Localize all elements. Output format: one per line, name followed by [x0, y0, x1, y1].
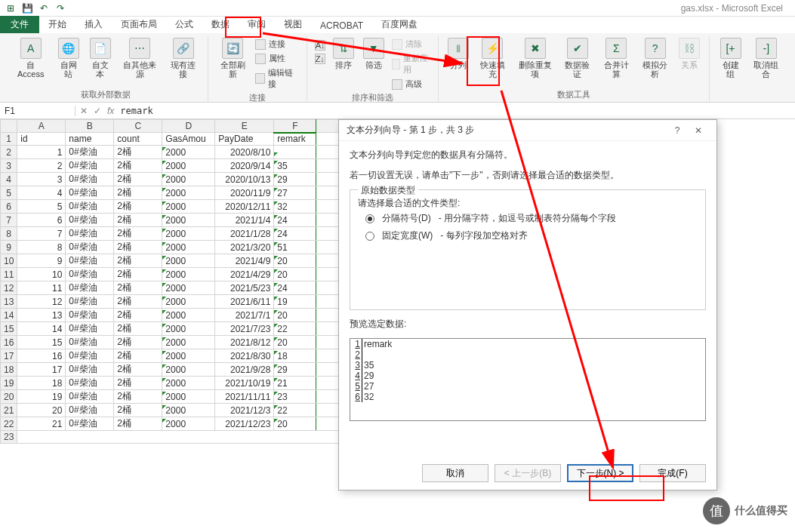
cell[interactable]: 2000 — [162, 159, 215, 173]
cell[interactable]: 7 — [17, 227, 66, 241]
cell[interactable]: 0#柴油 — [66, 227, 114, 241]
cell[interactable]: 2000 — [162, 390, 215, 404]
cell[interactable]: 0#柴油 — [66, 146, 114, 159]
cell[interactable]: 14 — [17, 322, 66, 336]
row-header[interactable]: 1 — [1, 133, 17, 146]
cell[interactable]: 0#柴油 — [66, 363, 114, 377]
btn-text-to-columns[interactable]: ⫴分列 — [445, 36, 472, 71]
row-header[interactable]: 9 — [1, 241, 17, 254]
cell[interactable]: 2桶 — [114, 417, 162, 431]
cell[interactable]: 0#柴油 — [66, 214, 114, 227]
cell[interactable]: 2000 — [162, 377, 215, 390]
cell[interactable]: 0#柴油 — [66, 417, 114, 431]
btn-edit-links[interactable]: 编辑链接 — [254, 66, 300, 91]
col-header-F[interactable]: F — [274, 120, 316, 133]
btn-properties[interactable]: 属性 — [254, 52, 300, 65]
cell[interactable]: 19 — [17, 390, 66, 404]
btn-refresh-all[interactable]: 🔄全部刷新 — [214, 36, 251, 80]
cell[interactable]: 21 — [274, 377, 316, 390]
cell[interactable]: 18 — [274, 349, 316, 363]
cell[interactable]: 0#柴油 — [66, 390, 114, 404]
next-button[interactable]: 下一步(N) > — [567, 464, 633, 482]
row-header[interactable]: 10 — [1, 254, 17, 268]
cell[interactable]: 2桶 — [114, 268, 162, 281]
cell[interactable]: 2桶 — [114, 214, 162, 227]
btn-whatif[interactable]: ?模拟分析 — [637, 36, 673, 80]
cell[interactable]: 2桶 — [114, 309, 162, 322]
row-header[interactable]: 13 — [1, 295, 17, 309]
cell[interactable]: 20 — [17, 404, 66, 417]
col-header-A[interactable]: A — [17, 120, 66, 133]
row-header[interactable]: 7 — [1, 214, 17, 227]
row-header[interactable]: 2 — [1, 146, 17, 159]
btn-flash-fill[interactable]: ⚡快速填充 — [475, 36, 510, 80]
tab-baidu[interactable]: 百度网盘 — [372, 16, 427, 33]
cell[interactable]: 2000 — [162, 417, 215, 431]
cell[interactable]: 2桶 — [114, 241, 162, 254]
cell[interactable]: 2021/4/29 — [215, 268, 274, 281]
cell[interactable]: 4 — [17, 186, 66, 200]
cell[interactable]: 2000 — [162, 254, 215, 268]
formula-input[interactable]: remark — [120, 106, 790, 116]
cell[interactable]: 2021/12/23 — [215, 417, 274, 431]
col-header-E[interactable]: E — [215, 120, 274, 133]
cell[interactable]: 2000 — [162, 227, 215, 241]
cell[interactable]: 21 — [17, 417, 66, 431]
cell[interactable]: 5 — [17, 200, 66, 214]
cell[interactable]: 20 — [274, 268, 316, 281]
cell[interactable]: 20 — [274, 417, 316, 431]
cell[interactable]: 2桶 — [114, 377, 162, 390]
cell[interactable]: 15 — [17, 336, 66, 349]
cell[interactable]: 2桶 — [114, 200, 162, 214]
cell[interactable]: 17 — [17, 363, 66, 377]
cell[interactable]: 0#柴油 — [66, 349, 114, 363]
btn-existing-conn[interactable]: 🔗现有连接 — [165, 36, 201, 80]
cell[interactable]: 2000 — [162, 404, 215, 417]
btn-from-web[interactable]: 🌐自网站 — [54, 36, 82, 80]
cell[interactable]: 2桶 — [114, 254, 162, 268]
cell[interactable]: 2桶 — [114, 159, 162, 173]
cell[interactable]: 1 — [17, 146, 66, 159]
btn-filter[interactable]: ▼筛选 — [360, 36, 387, 71]
cell[interactable]: 2桶 — [114, 173, 162, 186]
fx-icon[interactable]: fx — [107, 106, 114, 116]
cell[interactable]: 2000 — [162, 146, 215, 159]
cell[interactable]: 10 — [17, 268, 66, 281]
cell[interactable]: 18 — [17, 377, 66, 390]
cancel-icon[interactable]: ✕ — [80, 106, 88, 116]
cell[interactable]: remark — [274, 133, 316, 146]
cell[interactable]: 51 — [274, 241, 316, 254]
cell[interactable]: 2000 — [162, 241, 215, 254]
btn-connections[interactable]: 连接 — [254, 38, 300, 51]
cell[interactable]: 2021/10/19 — [215, 377, 274, 390]
cell[interactable]: 2桶 — [114, 186, 162, 200]
row-header[interactable]: 18 — [1, 363, 17, 377]
cell[interactable]: 2000 — [162, 322, 215, 336]
cell[interactable]: 0#柴油 — [66, 241, 114, 254]
cell[interactable]: 2021/9/28 — [215, 363, 274, 377]
cell[interactable]: 2桶 — [114, 146, 162, 159]
tab-review[interactable]: 审阅 — [239, 16, 275, 33]
row-header[interactable]: 20 — [1, 390, 17, 404]
cell[interactable]: 2桶 — [114, 390, 162, 404]
cell[interactable]: 2021/12/3 — [215, 404, 274, 417]
row-header[interactable]: 19 — [1, 377, 17, 390]
btn-from-other[interactable]: ⋯自其他来源 — [118, 36, 162, 80]
undo-icon[interactable]: ↶ — [38, 2, 50, 14]
cell[interactable]: 2桶 — [114, 336, 162, 349]
tab-home[interactable]: 开始 — [39, 16, 75, 33]
cell[interactable]: 29 — [274, 173, 316, 186]
cell[interactable]: 2020/10/13 — [215, 173, 274, 186]
cell[interactable]: 35 — [274, 159, 316, 173]
cell[interactable]: 2021/8/12 — [215, 336, 274, 349]
cell[interactable]: 11 — [17, 281, 66, 295]
btn-from-access[interactable]: A自 Access — [11, 36, 51, 80]
cell[interactable]: 12 — [17, 295, 66, 309]
preview-box[interactable]: 1remark2335429527632 — [350, 338, 706, 421]
row-header[interactable]: 14 — [1, 309, 17, 322]
cell[interactable]: 13 — [17, 309, 66, 322]
cell[interactable]: 2 — [17, 159, 66, 173]
tab-insert[interactable]: 插入 — [75, 16, 112, 33]
row-header[interactable]: 21 — [1, 404, 17, 417]
cell[interactable]: 2000 — [162, 309, 215, 322]
